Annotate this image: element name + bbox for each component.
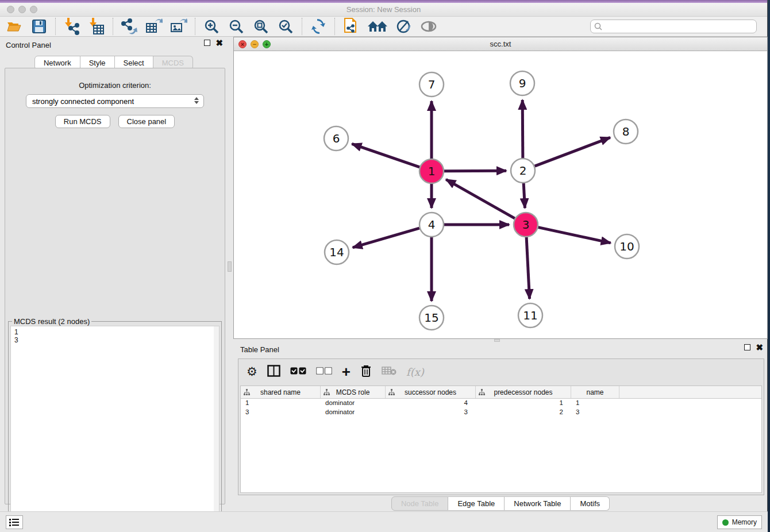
svg-text:3: 3: [522, 218, 530, 232]
edge-3-10[interactable]: [538, 228, 611, 243]
export-image-icon[interactable]: [170, 18, 187, 35]
column-header-shared-name[interactable]: shared name: [241, 386, 321, 398]
import-network-icon[interactable]: [63, 18, 80, 35]
graph-node-4[interactable]: 4: [419, 213, 444, 237]
show-columns-icon[interactable]: [267, 365, 280, 379]
table-cell[interactable]: dominator: [321, 399, 386, 408]
mcds-result-title: MCDS result (2 nodes): [12, 317, 91, 326]
optimization-criterion-label: Optimization criterion:: [5, 81, 225, 90]
memory-button[interactable]: Memory: [717, 515, 762, 529]
svg-text:11: 11: [523, 309, 537, 322]
zoom-out-icon[interactable]: [228, 18, 245, 35]
column-header-MCDS-role[interactable]: MCDS role: [321, 386, 386, 398]
graph-node-1[interactable]: 1: [419, 159, 444, 183]
svg-text:8: 8: [622, 125, 630, 138]
zoom-in-icon[interactable]: [203, 18, 220, 35]
duplicate-network-icon[interactable]: [342, 18, 360, 35]
column-header-name[interactable]: name: [571, 386, 619, 398]
table-cell[interactable]: 1: [476, 399, 571, 408]
control-panel-header: Control Panel ✖: [0, 38, 228, 52]
edge-4-14[interactable]: [353, 228, 419, 248]
close-panel-button[interactable]: Close panel: [118, 115, 175, 128]
table-cell[interactable]: 1: [241, 399, 321, 408]
table-row[interactable]: 1dominator411: [241, 399, 761, 408]
titlebar[interactable]: Session: New Session: [0, 3, 767, 17]
edge-2-3[interactable]: [523, 183, 525, 208]
mcds-result-textarea[interactable]: 1 3: [10, 326, 220, 532]
network-window-titlebar[interactable]: × − + scc.txt: [234, 37, 767, 51]
deselect-all-icon[interactable]: [316, 367, 332, 377]
svg-text:15: 15: [424, 311, 438, 325]
tab-node-table[interactable]: Node Table: [391, 496, 449, 511]
add-column-icon[interactable]: +: [342, 366, 351, 377]
graph-node-8[interactable]: 8: [614, 119, 638, 144]
horizontal-splitter-handle[interactable]: [494, 339, 500, 342]
search-input[interactable]: [590, 20, 757, 33]
graph-node-2[interactable]: 2: [511, 159, 535, 183]
float-table-panel-icon[interactable]: [744, 344, 750, 350]
close-table-panel-icon[interactable]: ✖: [756, 344, 763, 350]
table-cell[interactable]: 3: [571, 408, 619, 417]
table-cell[interactable]: 3: [386, 408, 476, 417]
graph-node-14[interactable]: 14: [325, 240, 349, 264]
vertical-splitter-handle[interactable]: [228, 261, 232, 272]
toolbar-separator: [113, 18, 113, 35]
criterion-select[interactable]: strongly connected component: [26, 94, 204, 108]
select-all-icon[interactable]: [290, 367, 306, 377]
result-scrollbar[interactable]: [214, 326, 219, 532]
column-header-successor-nodes[interactable]: successor nodes: [386, 386, 476, 398]
zoom-selected-icon[interactable]: [277, 18, 294, 35]
tab-network-table[interactable]: Network Table: [505, 496, 571, 511]
function-builder-icon: f(x): [406, 366, 424, 378]
node-table[interactable]: shared nameMCDS rolesuccessor nodesprede…: [240, 385, 762, 493]
graph-node-7[interactable]: 7: [419, 72, 444, 97]
table-cell[interactable]: 4: [386, 399, 476, 408]
export-network-icon[interactable]: [121, 18, 138, 35]
table-cell[interactable]: 3: [241, 408, 321, 417]
task-history-button[interactable]: [6, 515, 23, 529]
svg-text:10: 10: [619, 240, 634, 253]
fit-content-icon[interactable]: [252, 18, 270, 35]
delete-column-icon[interactable]: [360, 364, 372, 380]
table-panel-title: Table Panel: [240, 345, 279, 354]
table-row[interactable]: 3dominator323: [241, 408, 761, 417]
graph-node-11[interactable]: 11: [518, 303, 542, 327]
open-session-icon[interactable]: [6, 18, 23, 35]
edge-1-6[interactable]: [352, 144, 419, 167]
edge-3-11[interactable]: [526, 237, 529, 299]
graph-node-9[interactable]: 9: [510, 71, 534, 95]
table-cell[interactable]: 2: [476, 408, 571, 417]
column-header-predecessor-nodes[interactable]: predecessor nodes: [476, 386, 571, 398]
show-hide-icon[interactable]: [420, 18, 437, 35]
network-canvas[interactable]: 7968124314101511: [234, 51, 767, 338]
table-panel: Table Panel ✖ ⚙ +: [233, 342, 768, 511]
edge-1-2[interactable]: [444, 171, 506, 171]
edge-2-9[interactable]: [522, 100, 523, 158]
edge-3-1[interactable]: [446, 179, 515, 218]
graph-node-10[interactable]: 10: [615, 234, 639, 259]
save-session-icon[interactable]: [30, 18, 48, 35]
network-graph-svg[interactable]: 7968124314101511: [234, 51, 767, 338]
memory-status-icon: [722, 519, 729, 526]
graph-node-15[interactable]: 15: [419, 306, 444, 330]
table-body: 1dominator4113dominator323: [241, 399, 761, 417]
float-panel-icon[interactable]: [204, 40, 210, 46]
import-table-icon[interactable]: [88, 18, 105, 35]
home-networks-icon[interactable]: [367, 18, 388, 35]
tab-edge-table[interactable]: Edge Table: [448, 496, 505, 511]
table-cell[interactable]: dominator: [321, 408, 386, 417]
run-mcds-button[interactable]: Run MCDS: [55, 115, 110, 128]
table-cell[interactable]: 1: [571, 399, 619, 408]
table-settings-gear-icon[interactable]: ⚙: [247, 365, 257, 379]
apply-layout-icon[interactable]: [310, 18, 327, 35]
export-table-icon[interactable]: [145, 18, 163, 35]
table-panel-content: ⚙ + f(x) shared n: [238, 358, 764, 495]
edge-2-8[interactable]: [535, 137, 610, 166]
table-toolbar: ⚙ + f(x): [238, 359, 764, 384]
graph-node-3[interactable]: 3: [514, 213, 538, 237]
tab-motifs[interactable]: Motifs: [571, 496, 610, 511]
close-panel-icon[interactable]: ✖: [215, 40, 223, 46]
toggle-graphics-details-icon[interactable]: [395, 18, 413, 35]
graph-node-6[interactable]: 6: [324, 126, 348, 151]
toolbar-separator: [302, 18, 302, 35]
